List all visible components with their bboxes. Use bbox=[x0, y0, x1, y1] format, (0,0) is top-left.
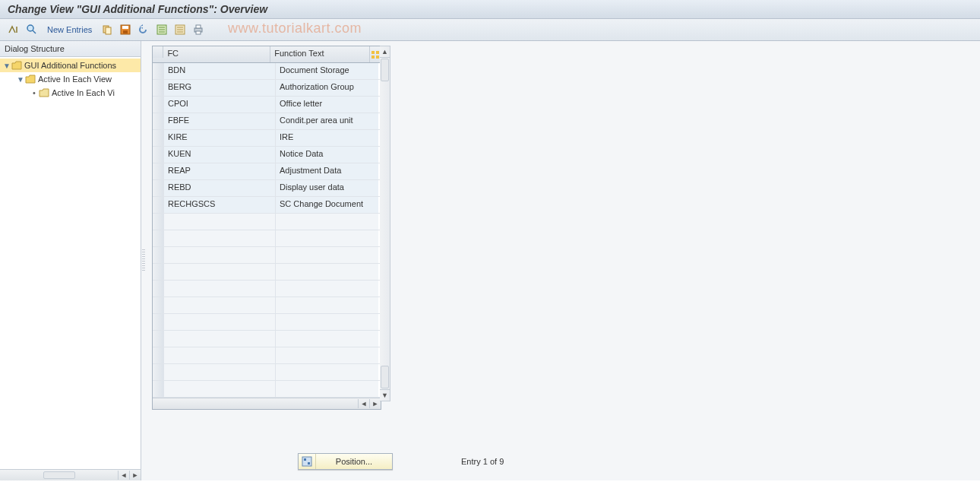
cell-function-text[interactable] bbox=[276, 381, 378, 397]
grid-scroll-left-icon[interactable]: ◄ bbox=[358, 399, 369, 408]
cell-fc[interactable]: BERG bbox=[164, 80, 276, 96]
select-all-icon[interactable] bbox=[154, 22, 169, 37]
scroll-right-icon[interactable]: ► bbox=[129, 471, 141, 480]
cell-function-text[interactable]: SC Change Document bbox=[276, 197, 378, 213]
cell-function-text[interactable]: Authorization Group bbox=[276, 80, 378, 96]
dialog-structure-panel: Dialog Structure ▼GUI Additional Functio… bbox=[0, 41, 141, 480]
row-selector[interactable] bbox=[153, 247, 164, 263]
row-selector[interactable] bbox=[153, 214, 164, 230]
cell-function-text[interactable]: Display user data bbox=[276, 180, 378, 196]
grid-scroll-right-icon[interactable]: ► bbox=[369, 399, 381, 408]
copy-icon[interactable] bbox=[100, 22, 115, 37]
collapse-icon[interactable]: ▼ bbox=[17, 75, 24, 84]
dialog-structure-tree[interactable]: ▼GUI Additional Functions▼Active In Each… bbox=[0, 57, 141, 469]
grid-scroll-up-icon[interactable]: ▲ bbox=[380, 46, 390, 58]
row-selector[interactable] bbox=[153, 80, 164, 96]
cell-function-text[interactable] bbox=[276, 214, 378, 230]
scroll-left-icon[interactable]: ◄ bbox=[118, 471, 129, 480]
grid-body: BDNDocument StorageBERGAuthorization Gro… bbox=[153, 63, 381, 398]
grid-scroll-down-icon[interactable]: ▼ bbox=[380, 389, 390, 401]
cell-fc[interactable] bbox=[164, 281, 276, 296]
cell-function-text[interactable] bbox=[276, 297, 378, 313]
row-selector[interactable] bbox=[153, 130, 164, 146]
row-selector[interactable] bbox=[153, 297, 164, 313]
row-selector[interactable] bbox=[153, 147, 164, 163]
cell-function-text[interactable] bbox=[276, 264, 378, 280]
row-selector[interactable] bbox=[153, 364, 164, 380]
position-icon bbox=[299, 454, 316, 469]
grid-vertical-scrollbar[interactable]: ▲ ▼ bbox=[380, 46, 390, 401]
cell-fc[interactable]: KUEN bbox=[164, 147, 276, 163]
cell-fc[interactable]: CPOI bbox=[164, 97, 276, 113]
cell-fc[interactable] bbox=[164, 247, 276, 263]
row-selector[interactable] bbox=[153, 180, 164, 196]
grid-horizontal-scrollbar[interactable]: ◄ ► bbox=[153, 398, 381, 409]
cell-fc[interactable] bbox=[164, 331, 276, 347]
cell-function-text[interactable] bbox=[276, 247, 378, 263]
cell-function-text[interactable]: Notice Data bbox=[276, 147, 378, 163]
cell-fc[interactable] bbox=[164, 314, 276, 330]
grid-scroll-thumb-bottom[interactable] bbox=[381, 366, 389, 388]
position-button-label: Position... bbox=[316, 457, 392, 466]
cell-fc[interactable]: RECHGSCS bbox=[164, 197, 276, 213]
cell-fc[interactable] bbox=[164, 214, 276, 230]
save-icon[interactable] bbox=[118, 22, 133, 37]
row-selector[interactable] bbox=[153, 281, 164, 296]
collapse-icon[interactable]: ▼ bbox=[3, 62, 11, 70]
position-button[interactable]: Position... bbox=[298, 453, 393, 470]
undo-icon[interactable] bbox=[136, 22, 151, 37]
row-selector[interactable] bbox=[153, 163, 164, 179]
row-selector[interactable] bbox=[153, 63, 164, 79]
row-selector[interactable] bbox=[153, 314, 164, 330]
row-selector[interactable] bbox=[153, 197, 164, 213]
column-header-function-text[interactable]: Function Text bbox=[270, 46, 368, 62]
tree-node[interactable]: ▼GUI Additional Functions bbox=[0, 59, 141, 72]
cell-function-text[interactable]: Document Storage bbox=[276, 63, 378, 79]
cell-function-text[interactable]: Office letter bbox=[276, 97, 378, 113]
table-row: FBFECondit.per area unit bbox=[153, 113, 381, 130]
cell-fc[interactable] bbox=[164, 347, 276, 363]
cell-function-text[interactable] bbox=[276, 347, 378, 363]
grid-configure-icon[interactable] bbox=[369, 46, 381, 62]
cell-fc[interactable]: BDN bbox=[164, 63, 276, 79]
cell-fc[interactable]: FBFE bbox=[164, 113, 276, 129]
table-row: KIREIRE bbox=[153, 130, 381, 147]
row-selector[interactable] bbox=[153, 230, 164, 246]
sidebar-horizontal-scrollbar[interactable]: ◄ ► bbox=[0, 469, 141, 480]
scrollbar-thumb[interactable] bbox=[43, 471, 75, 479]
cell-fc[interactable] bbox=[164, 230, 276, 246]
tree-node[interactable]: ▼Active In Each View bbox=[0, 72, 141, 86]
row-selector[interactable] bbox=[153, 97, 164, 113]
find-icon[interactable] bbox=[24, 22, 40, 37]
tree-node[interactable]: •Active In Each Vi bbox=[0, 86, 141, 100]
toggle-display-icon[interactable] bbox=[6, 22, 21, 37]
row-selector[interactable] bbox=[153, 264, 164, 280]
cell-function-text[interactable] bbox=[276, 364, 378, 380]
cell-fc[interactable]: REBD bbox=[164, 180, 276, 196]
grid-corner-cell[interactable] bbox=[153, 46, 163, 58]
cell-function-text[interactable] bbox=[276, 314, 378, 330]
cell-fc[interactable] bbox=[164, 381, 276, 397]
cell-fc[interactable] bbox=[164, 264, 276, 280]
cell-function-text[interactable]: IRE bbox=[276, 130, 378, 146]
cell-function-text[interactable] bbox=[276, 331, 378, 347]
cell-fc[interactable]: REAP bbox=[164, 163, 276, 179]
grid-scroll-thumb-top[interactable] bbox=[381, 59, 389, 81]
table-row: REBDDisplay user data bbox=[153, 180, 381, 197]
cell-function-text[interactable]: Adjustment Data bbox=[276, 163, 378, 179]
row-selector[interactable] bbox=[153, 113, 164, 129]
print-icon[interactable] bbox=[191, 22, 206, 37]
deselect-all-icon[interactable] bbox=[172, 22, 188, 37]
cell-fc[interactable] bbox=[164, 364, 276, 380]
cell-function-text[interactable] bbox=[276, 230, 378, 246]
cell-function-text[interactable] bbox=[276, 281, 378, 296]
cell-fc[interactable] bbox=[164, 297, 276, 313]
cell-fc[interactable]: KIRE bbox=[164, 130, 276, 146]
row-selector[interactable] bbox=[153, 381, 164, 397]
application-toolbar: New Entries www.tutorialkart.com bbox=[0, 19, 980, 41]
column-header-fc[interactable]: FC bbox=[163, 46, 270, 62]
row-selector[interactable] bbox=[153, 347, 164, 363]
row-selector[interactable] bbox=[153, 331, 164, 347]
cell-function-text[interactable]: Condit.per area unit bbox=[276, 113, 378, 129]
new-entries-button[interactable]: New Entries bbox=[43, 25, 96, 34]
